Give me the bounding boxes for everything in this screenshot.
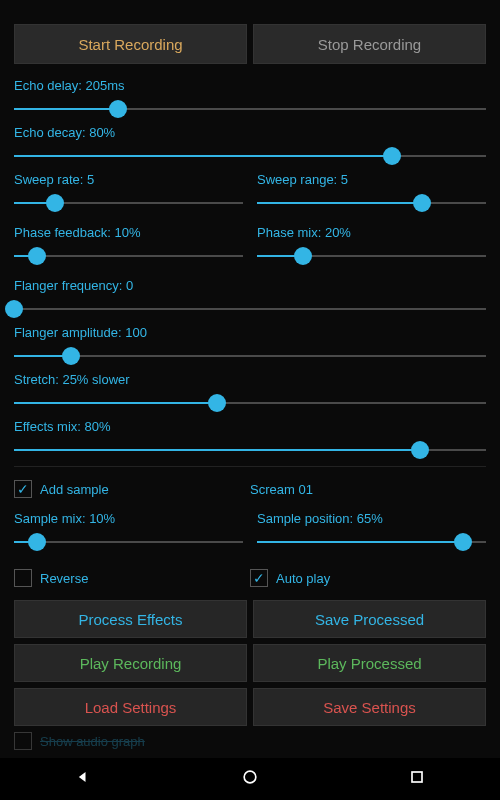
echo-decay-label: Echo decay: 80% [14,125,486,140]
add-sample-label: Add sample [40,482,109,497]
phase-mix-label: Phase mix: 20% [257,225,486,240]
svg-point-0 [244,771,256,783]
sweep-range-slider[interactable] [257,193,486,213]
phase-feedback-label: Phase feedback: 10% [14,225,243,240]
add-sample-checkbox[interactable] [14,480,32,498]
process-effects-button[interactable]: Process Effects [14,600,247,638]
save-processed-button[interactable]: Save Processed [253,600,486,638]
start-recording-button[interactable]: Start Recording [14,24,247,64]
flanger-freq-label: Flanger frequency: 0 [14,278,486,293]
save-processed-label: Save Processed [315,611,424,628]
stop-recording-label: Stop Recording [318,36,421,53]
effects-mix-label: Effects mix: 80% [14,419,486,434]
sample-mix-label: Sample mix: 10% [14,511,243,526]
echo-delay-slider[interactable] [14,99,486,119]
back-icon[interactable] [73,767,93,791]
sweep-rate-slider[interactable] [14,193,243,213]
effects-mix-slider[interactable] [14,440,486,460]
sample-name-dropdown[interactable]: Scream 01 [250,482,313,497]
save-settings-label: Save Settings [323,699,416,716]
flanger-amp-slider[interactable] [14,346,486,366]
echo-decay-slider[interactable] [14,146,486,166]
sample-pos-label: Sample position: 65% [257,511,486,526]
play-recording-button[interactable]: Play Recording [14,644,247,682]
show-graph-checkbox[interactable] [14,732,32,750]
sweep-range-label: Sweep range: 5 [257,172,486,187]
save-settings-button[interactable]: Save Settings [253,688,486,726]
android-nav-bar [0,758,500,800]
status-bar [0,0,500,24]
sweep-rate-label: Sweep rate: 5 [14,172,243,187]
home-icon[interactable] [240,767,260,791]
load-settings-label: Load Settings [85,699,177,716]
recent-icon[interactable] [407,767,427,791]
flanger-amp-label: Flanger amplitude: 100 [14,325,486,340]
echo-delay-label: Echo delay: 205ms [14,78,486,93]
load-settings-button[interactable]: Load Settings [14,688,247,726]
stretch-label: Stretch: 25% slower [14,372,486,387]
auto-play-checkbox[interactable] [250,569,268,587]
divider [14,466,486,467]
sample-mix-slider[interactable] [14,532,243,552]
reverse-checkbox[interactable] [14,569,32,587]
phase-feedback-slider[interactable] [14,246,243,266]
sample-pos-slider[interactable] [257,532,486,552]
svg-rect-1 [412,772,422,782]
auto-play-label: Auto play [276,571,330,586]
process-effects-label: Process Effects [79,611,183,628]
start-recording-label: Start Recording [78,36,182,53]
flanger-freq-slider[interactable] [14,299,486,319]
phase-mix-slider[interactable] [257,246,486,266]
stretch-slider[interactable] [14,393,486,413]
play-recording-label: Play Recording [80,655,182,672]
play-processed-button[interactable]: Play Processed [253,644,486,682]
show-graph-label: Show audio graph [40,734,145,749]
reverse-label: Reverse [40,571,88,586]
stop-recording-button[interactable]: Stop Recording [253,24,486,64]
play-processed-label: Play Processed [317,655,421,672]
